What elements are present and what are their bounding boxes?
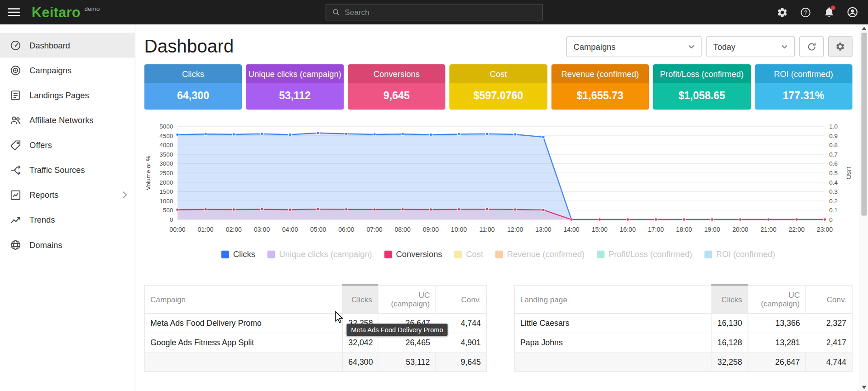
- legend-item-unique-clicks-campaign[interactable]: Unique clicks (campaign): [268, 249, 372, 259]
- svg-text:07:00: 07:00: [366, 226, 382, 233]
- column-header-clicks[interactable]: Clicks: [342, 285, 378, 313]
- metric-card-cost[interactable]: Cost$597.0760: [450, 64, 547, 110]
- chart-legend: ClicksUnique clicks (campaign)Conversion…: [144, 249, 852, 259]
- sidebar-item-offers[interactable]: Offers: [0, 133, 135, 157]
- metric-card-conversions[interactable]: Conversions9,645: [348, 64, 446, 110]
- report-settings-button[interactable]: [828, 36, 853, 57]
- refresh-button[interactable]: [799, 36, 824, 57]
- total-cell: 53,112: [378, 352, 436, 372]
- sidebar-item-label: Reports: [29, 190, 58, 200]
- account-icon[interactable]: [844, 4, 860, 20]
- legend-swatch: [705, 250, 712, 258]
- column-header-conv[interactable]: Conv.: [806, 285, 852, 313]
- sidebar-item-campaigns[interactable]: Campaigns: [0, 57, 135, 82]
- column-header-clicks[interactable]: Clicks: [711, 285, 748, 313]
- sidebar-nav: DashboardCampaignsLandings PagesAffiliat…: [0, 24, 135, 257]
- metric-cards: Clicks64,300Unique clicks (campaign)53,1…: [144, 64, 852, 110]
- legend-swatch: [597, 250, 604, 258]
- sidebar-item-dashboard[interactable]: Dashboard: [0, 33, 135, 57]
- svg-text:3000: 3000: [159, 160, 173, 167]
- row-label-cell: Little Caesars: [514, 313, 711, 333]
- table-row[interactable]: Papa Johns16,12813,2812,417: [514, 333, 852, 352]
- metric-label: Clicks: [144, 64, 242, 83]
- svg-text:0.6: 0.6: [829, 160, 838, 167]
- sidebar-item-domains[interactable]: Domains: [0, 232, 135, 257]
- total-cell: [514, 352, 711, 372]
- campaigns-filter-select[interactable]: Campaigns: [566, 36, 702, 57]
- topbar: Keitaro demo ?: [0, 0, 868, 24]
- legend-label: ROI (confirmed): [716, 249, 775, 259]
- metric-card-roi-confirmed[interactable]: ROI (confirmed)177.31%: [755, 64, 853, 110]
- legend-item-profit-loss-confirmed[interactable]: Profit/Loss (confirmed): [597, 249, 692, 259]
- vertical-scrollbar[interactable]: [860, 24, 868, 391]
- scrollbar-thumb[interactable]: [861, 33, 867, 215]
- legend-swatch: [384, 250, 392, 258]
- column-header-conv[interactable]: Conv.: [436, 285, 487, 313]
- legend-swatch: [221, 250, 229, 258]
- svg-text:1.0: 1.0: [829, 123, 838, 130]
- scroll-up-arrow[interactable]: [862, 27, 867, 30]
- numeric-cell: 16,130: [711, 313, 748, 333]
- metric-card-clicks[interactable]: Clicks64,300: [144, 64, 242, 110]
- sidebar-item-traffic-sources[interactable]: Traffic Sources: [0, 157, 135, 182]
- sidebar-item-reports[interactable]: Reports: [0, 182, 135, 207]
- search-bar[interactable]: [325, 4, 542, 21]
- hamburger-menu-button[interactable]: [8, 6, 22, 18]
- affiliate-icon: [10, 114, 22, 126]
- metric-card-revenue-confirmed[interactable]: Revenue (confirmed)$1,655.73: [551, 64, 649, 110]
- column-header-landing-page[interactable]: Landing page: [514, 285, 711, 313]
- campaigns-filter-value: Campaigns: [574, 42, 616, 51]
- sidebar-item-label: Traffic Sources: [29, 165, 85, 175]
- total-cell: [144, 352, 342, 372]
- metric-card-profit-loss-confirmed[interactable]: Profit/Loss (confirmed)$1,058.65: [653, 64, 751, 110]
- chart-container: 005000.110000.215000.320000.425000.53000…: [144, 122, 852, 238]
- svg-text:0: 0: [170, 216, 173, 223]
- date-range-select[interactable]: Today: [706, 36, 795, 57]
- settings-gear-icon[interactable]: [774, 4, 791, 20]
- legend-item-conversions[interactable]: Conversions: [384, 249, 442, 259]
- notifications-bell-icon[interactable]: [821, 4, 837, 20]
- sidebar: DashboardCampaignsLandings PagesAffiliat…: [0, 24, 135, 391]
- sidebar-item-label: Domains: [29, 240, 62, 249]
- svg-text:22:00: 22:00: [789, 226, 805, 233]
- metric-label: Unique clicks (campaign): [246, 64, 344, 83]
- scroll-down-arrow[interactable]: [862, 386, 867, 389]
- help-icon[interactable]: ?: [797, 4, 814, 20]
- svg-text:0.7: 0.7: [829, 151, 838, 158]
- column-header-uc-campaign[interactable]: UC (campaign): [748, 285, 806, 313]
- legend-item-roi-confirmed[interactable]: ROI (confirmed): [705, 249, 775, 259]
- legend-label: Clicks: [233, 249, 255, 259]
- search-input[interactable]: [345, 8, 537, 17]
- chevron-down-icon: [688, 45, 694, 49]
- notification-dot: [831, 5, 835, 10]
- table-row[interactable]: Little Caesars16,13013,3662,327: [514, 313, 852, 333]
- metric-value: $1,058.65: [653, 83, 751, 110]
- keitaro-app: Keitaro demo ? DashboardC: [0, 0, 868, 391]
- svg-text:1000: 1000: [159, 198, 173, 205]
- legend-item-revenue-confirmed[interactable]: Revenue (confirmed): [495, 249, 585, 259]
- legend-item-cost[interactable]: Cost: [454, 249, 483, 259]
- sidebar-item-landings-pages[interactable]: Landings Pages: [0, 83, 135, 108]
- column-header-uc-campaign[interactable]: UC (campaign): [378, 285, 436, 313]
- keitaro-logo[interactable]: Keitaro demo: [32, 4, 100, 20]
- offers-icon: [10, 139, 22, 151]
- numeric-cell: 13,281: [748, 333, 806, 352]
- table-total-row: 32,25826,6474,744: [514, 352, 852, 372]
- metric-card-unique-clicks-campaign[interactable]: Unique clicks (campaign)53,112: [246, 64, 344, 110]
- legend-label: Profit/Loss (confirmed): [609, 249, 692, 259]
- svg-text:20:00: 20:00: [732, 226, 748, 233]
- dashboard-chart: 005000.110000.215000.320000.425000.53000…: [144, 122, 852, 236]
- svg-text:0.3: 0.3: [829, 188, 838, 195]
- page-title: Dashboard: [144, 36, 234, 57]
- svg-text:02:00: 02:00: [226, 226, 242, 233]
- metric-label: Revenue (confirmed): [551, 64, 649, 83]
- svg-text:0.8: 0.8: [829, 142, 838, 148]
- sidebar-item-affiliate-networks[interactable]: Affiliate Networks: [0, 108, 135, 133]
- dashboard-icon: [10, 39, 22, 51]
- date-range-value: Today: [713, 42, 735, 51]
- svg-text:1500: 1500: [159, 188, 173, 195]
- sidebar-item-trends[interactable]: Trends: [0, 207, 135, 232]
- dashboard-controls: Campaigns Today: [566, 36, 853, 57]
- column-header-campaign[interactable]: Campaign: [144, 285, 342, 313]
- legend-item-clicks[interactable]: Clicks: [221, 249, 255, 259]
